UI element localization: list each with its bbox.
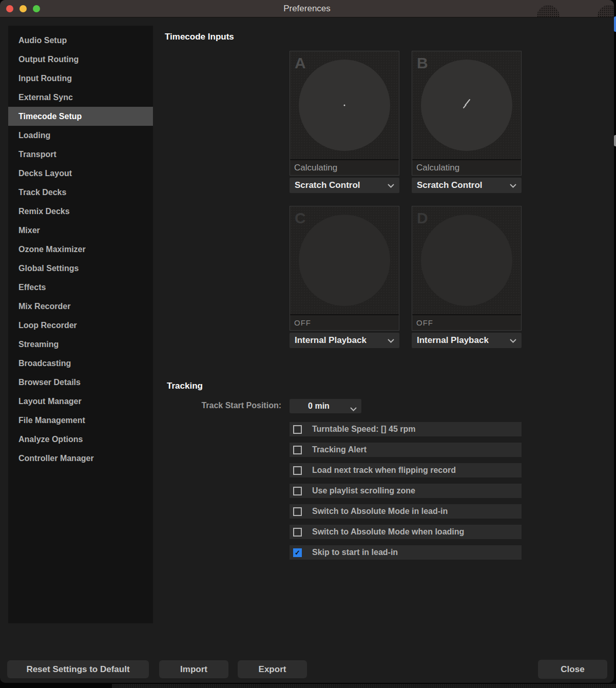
chevron-down-icon [510,180,516,190]
close-button[interactable]: Close [538,660,607,679]
checkbox-row-turntable-speed-45-rpm[interactable]: Turntable Speed: [] 45 rpm [290,422,522,436]
sidebar-item-mixer[interactable]: Mixer [8,221,153,240]
sidebar-item-analyze-options[interactable]: Analyze Options [8,430,153,449]
checkbox-unchecked-icon[interactable] [293,507,302,516]
deck-letter: C [295,209,306,227]
window-title: Preferences [0,0,614,17]
background-bottom-strip [0,683,616,688]
track-start-position-label: Track Start Position: [169,401,281,410]
sidebar-item-streaming[interactable]: Streaming [8,335,153,354]
sidebar-item-layout-manager[interactable]: Layout Manager [8,392,153,411]
deck-scope-panel: DOFF [412,206,522,331]
checkbox-row-use-playlist-scrolling-zone[interactable]: Use playlist scrolling zone [290,484,522,498]
signal-trace [456,94,477,117]
scope-circle [421,60,512,151]
timecode-scope-display: D [412,206,521,315]
reset-settings-button[interactable]: Reset Settings to Default [7,660,149,678]
background-edge-strip [614,0,616,688]
checkbox-row-tracking-alert[interactable]: Tracking Alert [290,443,522,457]
deck-status-text: OFF [290,315,399,330]
deck-input-mode-select[interactable]: Scratch Control [290,178,399,193]
checkbox-unchecked-icon[interactable] [293,466,302,475]
checkbox-unchecked-icon[interactable] [293,528,302,537]
sidebar-item-input-routing[interactable]: Input Routing [8,69,153,88]
checkbox-unchecked-icon[interactable] [293,487,302,495]
signal-dot [344,105,345,106]
chevron-down-icon [388,180,394,190]
sidebar-item-loop-recorder[interactable]: Loop Recorder [8,316,153,335]
deck-grid: ACalculatingScratch ControlBCalculatingS… [290,51,522,348]
checkbox-row-skip-to-start-in-lead-in[interactable]: ✓Skip to start in lead-in [290,545,522,560]
checkbox-label: Skip to start in lead-in [312,548,398,557]
scope-circle [421,215,512,306]
sidebar-item-remix-decks[interactable]: Remix Decks [8,202,153,221]
sidebar-item-global-settings[interactable]: Global Settings [8,259,153,278]
deck-scope-panel: COFF [290,206,399,331]
chevron-down-icon [350,404,357,413]
import-button[interactable]: Import [159,660,228,678]
sidebar-item-controller-manager[interactable]: Controller Manager [8,449,153,468]
scope-circle [299,215,390,306]
tracking-checkbox-list: Turntable Speed: [] 45 rpmTracking Alert… [290,422,522,566]
checkbox-label: Switch to Absolute Mode when loading [312,527,464,537]
timecode-deck-a: ACalculatingScratch Control [290,51,399,193]
sidebar-item-broadcasting[interactable]: Broadcasting [8,354,153,373]
sidebar-item-audio-setup[interactable]: Audio Setup [8,31,153,50]
deck-letter: B [417,54,428,72]
timecode-scope-display: C [290,206,399,315]
timecode-scope-display: B [412,51,521,160]
export-button[interactable]: Export [238,660,307,678]
checkbox-row-switch-to-absolute-mode-when-loading[interactable]: Switch to Absolute Mode when loading [290,525,522,539]
sidebar-item-mix-recorder[interactable]: Mix Recorder [8,297,153,316]
track-start-position-select[interactable]: 0 min [290,399,361,413]
deck-input-mode-value: Internal Playback [295,335,367,346]
checkbox-label: Use playlist scrolling zone [312,486,415,495]
sidebar-item-effects[interactable]: Effects [8,278,153,297]
chevron-down-icon [510,335,516,346]
tracking-title: Tracking [167,381,203,391]
deck-input-mode-value: Internal Playback [417,335,489,346]
background-gray-scrollbar-fragment [614,135,616,146]
checkbox-label: Load next track when flipping record [312,466,456,475]
deck-input-mode-select[interactable]: Scratch Control [412,178,522,193]
deck-status-text: OFF [412,315,521,330]
timecode-deck-d: DOFFInternal Playback [412,206,522,348]
deck-letter: A [295,54,306,72]
deck-input-mode-value: Scratch Control [295,180,360,190]
zoom-window-button[interactable] [33,5,40,12]
close-window-button[interactable] [6,5,13,12]
sidebar-item-output-routing[interactable]: Output Routing [8,50,153,69]
checkbox-label: Turntable Speed: [] 45 rpm [312,425,416,434]
checkbox-row-load-next-track-when-flipping-record[interactable]: Load next track when flipping record [290,463,522,477]
sidebar-item-file-management[interactable]: File Management [8,411,153,430]
sidebar-item-track-decks[interactable]: Track Decks [8,183,153,202]
deck-input-mode-value: Scratch Control [417,180,483,190]
checkbox-unchecked-icon[interactable] [293,425,302,434]
sidebar-item-ozone-maximizer[interactable]: Ozone Maximizer [8,240,153,259]
timecode-deck-b: BCalculatingScratch Control [412,51,522,193]
checkbox-label: Switch to Absolute Mode in lead-in [312,507,448,516]
sidebar-item-timecode-setup[interactable]: Timecode Setup [8,107,153,126]
sidebar-item-browser-details[interactable]: Browser Details [8,373,153,392]
chevron-down-icon [388,335,394,346]
deck-scope-panel: ACalculating [290,51,399,176]
track-start-position-value: 0 min [308,402,343,411]
sidebar-item-loading[interactable]: Loading [8,126,153,145]
checkbox-checked-icon[interactable]: ✓ [293,548,302,557]
scope-circle [299,60,390,151]
background-blue-scrollbar-fragment [614,16,616,32]
sidebar-item-decks-layout[interactable]: Decks Layout [8,164,153,183]
deck-input-mode-select[interactable]: Internal Playback [290,333,399,348]
deck-input-mode-select[interactable]: Internal Playback [412,333,522,348]
minimize-window-button[interactable] [20,5,27,12]
titlebar: Preferences [0,0,614,17]
deck-scope-panel: BCalculating [412,51,522,176]
checkbox-unchecked-icon[interactable] [293,446,302,454]
sidebar-item-transport[interactable]: Transport [8,145,153,164]
deck-letter: D [417,209,428,227]
sidebar-item-external-sync[interactable]: External Sync [8,88,153,107]
timecode-scope-display: A [290,51,399,160]
preferences-window: Preferences Audio SetupOutput RoutingInp… [0,0,614,683]
deck-status-text: Calculating [412,160,521,175]
checkbox-row-switch-to-absolute-mode-in-lead-in[interactable]: Switch to Absolute Mode in lead-in [290,504,522,519]
